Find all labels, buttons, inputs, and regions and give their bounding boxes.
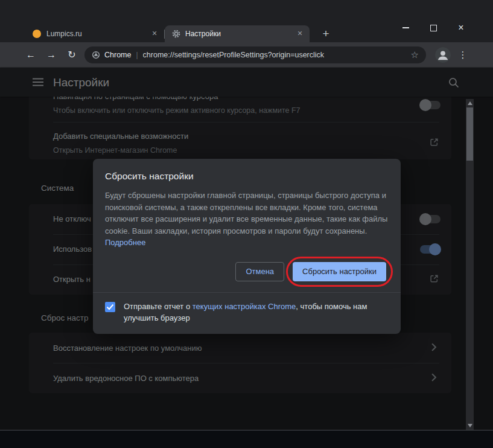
minimize-icon	[402, 27, 409, 28]
tab-label: Настройки	[185, 30, 295, 38]
tab-close-icon[interactable]: ×	[150, 29, 159, 39]
scroll-up-arrow[interactable]	[468, 101, 472, 105]
current-settings-link[interactable]: текущих настройках Chrome	[192, 302, 296, 311]
confirm-button-wrap: Сбросить настройки	[293, 262, 386, 281]
scrollbar[interactable]	[466, 99, 474, 430]
browser-menu-button[interactable]: ⋮	[454, 46, 471, 64]
window-bottom-edge	[0, 430, 493, 448]
dialog-body-text: Будут сброшены настройки главной страниц…	[105, 191, 387, 235]
dialog-body: Будут сброшены настройки главной страниц…	[105, 190, 389, 249]
new-tab-button[interactable]: +	[318, 27, 334, 42]
chip-separator: |	[136, 51, 138, 59]
titlebar: Lumpics.ru × Настройки × + ×	[0, 0, 493, 42]
scrollbar-thumb[interactable]	[466, 107, 473, 161]
tab-lumpics[interactable]: Lumpics.ru ×	[25, 25, 164, 42]
forward-button[interactable]: →	[42, 46, 60, 64]
close-icon: ×	[458, 23, 463, 33]
maximize-icon	[430, 25, 437, 31]
scroll-down-arrow[interactable]	[468, 424, 472, 427]
minimize-button[interactable]	[392, 19, 419, 36]
gear-icon	[172, 30, 180, 38]
reset-settings-dialog: Сбросить настройки Будут сброшены настро…	[93, 159, 401, 334]
site-chip: Chrome	[104, 51, 131, 59]
url-text[interactable]: chrome://settings/resetProfileSettings?o…	[143, 51, 406, 59]
tab-label: Lumpics.ru	[46, 30, 150, 38]
reload-button[interactable]: ↻	[63, 46, 81, 64]
browser-window: Lumpics.ru × Настройки × + × ← → ↻	[0, 0, 493, 448]
address-bar[interactable]: Chrome | chrome://settings/resetProfileS…	[84, 46, 426, 63]
bookmark-star-icon[interactable]: ☆	[411, 50, 419, 60]
report-checkbox[interactable]	[105, 302, 115, 312]
cancel-button[interactable]: Отмена	[235, 262, 284, 281]
tab-settings[interactable]: Настройки ×	[165, 25, 310, 42]
close-window-button[interactable]: ×	[447, 19, 475, 36]
maximize-button[interactable]	[419, 19, 447, 36]
report-settings-row: Отправьте отчет о текущих настройках Chr…	[93, 293, 401, 334]
checkbox-text-prefix: Отправьте отчет о	[124, 302, 192, 311]
dialog-actions: Отмена Сбросить настройки	[93, 249, 401, 292]
chrome-icon	[92, 51, 100, 59]
tab-close-icon[interactable]: ×	[295, 29, 305, 39]
report-checkbox-label: Отправьте отчет о текущих настройках Chr…	[124, 301, 389, 324]
lumpics-favicon	[33, 30, 41, 38]
back-button[interactable]: ←	[22, 46, 40, 64]
learn-more-link[interactable]: Подробнее	[105, 238, 145, 247]
profile-avatar[interactable]	[435, 47, 451, 63]
dialog-title: Сбросить настройки	[93, 159, 401, 182]
reset-settings-button[interactable]: Сбросить настройки	[293, 262, 386, 281]
